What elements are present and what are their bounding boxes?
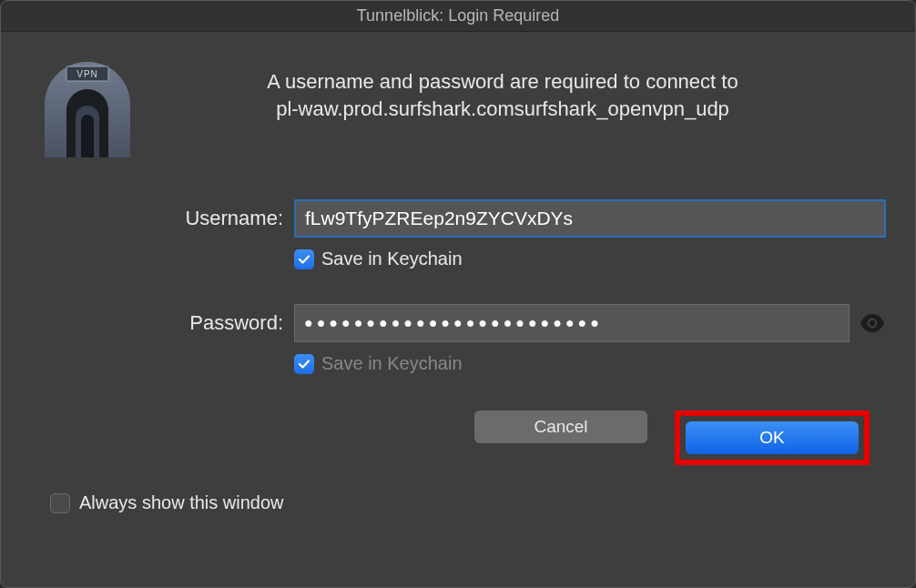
svg-text:VPN: VPN (76, 69, 98, 79)
username-label: Username: (30, 207, 294, 230)
password-mask: ●●●●●●●●●●●●●●●●●●●●●●●● (295, 305, 603, 341)
username-save-row: Save in Keychain (294, 248, 886, 269)
message-text: A username and password are required to … (156, 57, 886, 122)
password-input[interactable]: ●●●●●●●●●●●●●●●●●●●●●●●● (294, 304, 850, 342)
cancel-button[interactable]: Cancel (474, 411, 647, 443)
ok-button[interactable]: OK (686, 421, 859, 454)
titlebar: Tunnelblick: Login Required (1, 1, 915, 32)
login-dialog: Tunnelblick: Login Required VPN (0, 0, 916, 588)
always-show-checkbox[interactable] (50, 493, 70, 513)
username-input[interactable] (294, 199, 886, 238)
always-show-label: Always show this window (79, 492, 284, 513)
username-save-label: Save in Keychain (321, 248, 463, 269)
password-save-checkbox[interactable] (294, 354, 314, 374)
button-row: Cancel OK (30, 411, 886, 465)
svg-point-4 (870, 320, 875, 326)
tunnelblick-vpn-icon: VPN (37, 57, 137, 167)
username-row: Username: (30, 199, 886, 238)
password-save-label: Save in Keychain (321, 353, 463, 374)
window-title: Tunnelblick: Login Required (357, 6, 559, 25)
always-show-row: Always show this window (50, 492, 886, 513)
checkmark-icon (297, 252, 311, 267)
checkmark-icon (297, 357, 311, 371)
password-save-row: Save in Keychain (294, 353, 886, 374)
dialog-content: VPN A username and password are required… (1, 32, 915, 532)
username-save-checkbox[interactable] (294, 249, 314, 269)
message-line-1: A username and password are required to … (156, 68, 850, 96)
ok-highlight-box: OK (675, 411, 870, 465)
message-line-2: pl-waw.prod.surfshark.comsurfshark_openv… (156, 96, 850, 123)
eye-icon[interactable] (859, 309, 886, 337)
password-label: Password: (30, 311, 294, 335)
header-row: VPN A username and password are required… (30, 57, 886, 167)
password-row: Password: ●●●●●●●●●●●●●●●●●●●●●●●● (30, 304, 886, 342)
